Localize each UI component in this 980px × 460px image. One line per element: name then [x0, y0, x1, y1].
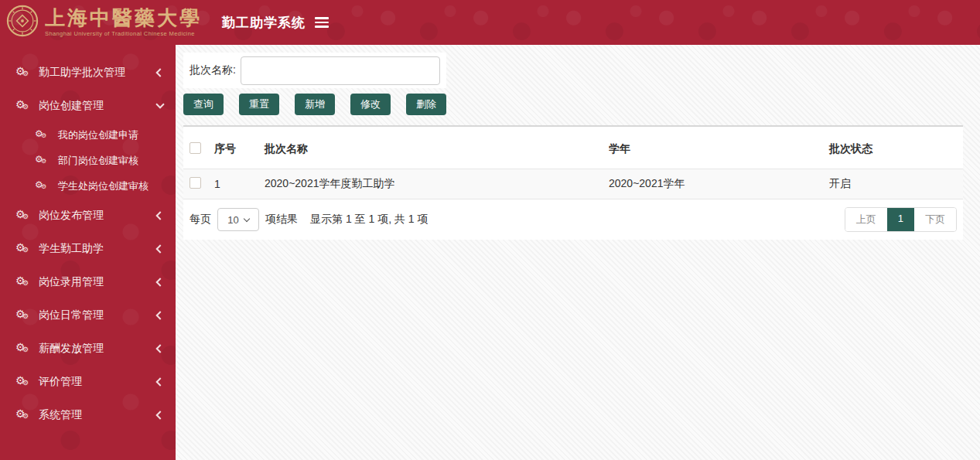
- chevron-left-icon: [155, 244, 164, 253]
- table-row[interactable]: 1 2020~2021学年度勤工助学 2020~2021学年 开启: [183, 169, 963, 199]
- cogs-icon: ⚙⚙: [15, 276, 31, 288]
- sidebar-item-label: 勤工助学批次管理: [39, 66, 157, 80]
- chevron-left-icon: [155, 344, 164, 353]
- cogs-icon: ⚙⚙: [15, 66, 31, 79]
- cogs-icon: ⚙⚙: [15, 100, 31, 112]
- cogs-icon: ⚙⚙: [15, 309, 31, 322]
- sidebar-item-position-creation-management[interactable]: ⚙⚙ 岗位创建管理: [0, 89, 176, 122]
- university-name-cn: 上海中醫藥大學: [45, 9, 202, 29]
- col-header-batch-status: 批次状态: [829, 142, 963, 156]
- sidebar-subitem-department-position-creation-review[interactable]: ⚙⚙ 部门岗位创建审核: [0, 148, 176, 173]
- cogs-icon: ⚙⚙: [35, 180, 50, 193]
- col-header-school-year: 学年: [609, 142, 829, 156]
- sidebar-item-label: 岗位日常管理: [39, 308, 157, 322]
- sidebar-subitem-student-affairs-position-creation-review[interactable]: ⚙⚙ 学生处岗位创建审核: [0, 173, 176, 199]
- cogs-icon: ⚙⚙: [35, 155, 50, 167]
- delete-button[interactable]: 删除: [406, 94, 446, 115]
- pagination-summary: 每页 10 项结果 显示第 1 至 1 项, 共 1 项: [190, 208, 428, 231]
- sidebar-item-salary-payment-management[interactable]: ⚙⚙ 薪酬发放管理: [0, 332, 176, 365]
- col-header-index: 序号: [214, 142, 265, 156]
- cogs-icon: ⚙⚙: [15, 210, 31, 222]
- system-title: 勤工助学系统: [222, 14, 306, 32]
- pager: 上页 1 下页: [845, 207, 957, 232]
- chevron-left-icon: [155, 278, 164, 286]
- batch-name-label: 批次名称:: [190, 63, 236, 77]
- edit-button[interactable]: 修改: [350, 94, 391, 115]
- toolbar: 查询 重置 新增 修改 删除: [183, 94, 963, 115]
- sidebar-item-label: 岗位录用管理: [39, 275, 157, 289]
- sidebar-item-label: 系统管理: [39, 408, 157, 422]
- university-brand: 上海中醫藥大學 Shanghai University of Tradition…: [45, 9, 202, 37]
- chevron-down-icon: [155, 100, 164, 108]
- per-page-select[interactable]: 10: [217, 208, 259, 231]
- cell-school-year: 2020~2021学年: [609, 177, 829, 191]
- select-all-checkbox[interactable]: [190, 142, 201, 154]
- chevron-left-icon: [155, 211, 164, 220]
- add-button[interactable]: 新增: [295, 94, 335, 115]
- sidebar-subitem-label: 我的岗位创建申请: [58, 128, 163, 142]
- pagination-info: 显示第 1 至 1 项, 共 1 项: [310, 213, 428, 227]
- sidebar-item-work-study-batch-management[interactable]: ⚙⚙ 勤工助学批次管理: [0, 56, 176, 89]
- university-name-en: Shanghai University of Traditional Chine…: [45, 31, 202, 37]
- per-page-label: 每页: [190, 213, 211, 227]
- cogs-icon: ⚙⚙: [15, 243, 31, 255]
- cogs-icon: ⚙⚙: [15, 376, 31, 388]
- app-header: 上海中醫藥大學 Shanghai University of Tradition…: [0, 0, 980, 45]
- batch-name-input[interactable]: [241, 56, 440, 85]
- sidebar-item-position-publish-management[interactable]: ⚙⚙ 岗位发布管理: [0, 199, 176, 232]
- chevron-left-icon: [155, 411, 164, 419]
- hamburger-menu-icon[interactable]: [315, 17, 329, 28]
- sidebar-subitem-label: 部门岗位创建审核: [58, 154, 163, 168]
- row-checkbox[interactable]: [190, 177, 201, 189]
- university-seal-logo: [6, 5, 39, 40]
- chevron-left-icon: [155, 68, 164, 77]
- sidebar-item-system-management[interactable]: ⚙⚙ 系统管理: [0, 398, 176, 431]
- per-page-value: 10: [227, 214, 238, 226]
- sidebar-subitem-my-position-creation-request[interactable]: ⚙⚙ 我的岗位创建申请: [0, 122, 176, 148]
- cell-batch-name: 2020~2021学年度勤工助学: [265, 177, 609, 191]
- results-label: 项结果: [265, 213, 298, 227]
- cogs-icon: ⚙⚙: [35, 129, 50, 141]
- sidebar-item-label: 岗位创建管理: [39, 99, 157, 113]
- sidebar-subitem-label: 学生处岗位创建审核: [58, 179, 163, 193]
- table-header-checkbox-cell: [183, 142, 214, 156]
- chevron-left-icon: [155, 311, 164, 319]
- cogs-icon: ⚙⚙: [15, 342, 31, 355]
- prev-page-button[interactable]: 上页: [845, 208, 887, 231]
- sidebar-item-position-hiring-management[interactable]: ⚙⚙ 岗位录用管理: [0, 265, 176, 298]
- cell-batch-status: 开启: [829, 177, 963, 191]
- sidebar-nav: ⚙⚙ 勤工助学批次管理 ⚙⚙ 岗位创建管理 ⚙⚙ 我的岗位创建申请 ⚙⚙ 部门岗…: [0, 45, 176, 460]
- pagination-bar: 每页 10 项结果 显示第 1 至 1 项, 共 1 项 上页 1 下页: [183, 199, 963, 240]
- batch-table: 序号 批次名称 学年 批次状态 1 2020~2021学年度勤工助学 2020~…: [183, 125, 963, 240]
- sidebar-item-label: 岗位发布管理: [39, 209, 157, 223]
- search-form: 批次名称:: [183, 53, 446, 88]
- cogs-icon: ⚙⚙: [15, 409, 31, 421]
- sidebar-item-student-work-study[interactable]: ⚙⚙ 学生勤工助学: [0, 232, 176, 265]
- current-page-button[interactable]: 1: [887, 208, 914, 231]
- sidebar-item-label: 学生勤工助学: [39, 242, 157, 256]
- query-button[interactable]: 查询: [183, 94, 224, 115]
- sidebar-item-label: 评价管理: [39, 375, 157, 389]
- sidebar-item-label: 薪酬发放管理: [39, 342, 157, 356]
- cell-index: 1: [214, 178, 265, 190]
- main-content: 批次名称: 查询 重置 新增 修改 删除 序号 批次名称 学年 批次状态 1 2…: [176, 45, 980, 460]
- sidebar-item-position-daily-management[interactable]: ⚙⚙ 岗位日常管理: [0, 298, 176, 332]
- table-header-row: 序号 批次名称 学年 批次状态: [183, 130, 963, 169]
- chevron-down-icon: [243, 215, 249, 221]
- row-checkbox-cell: [183, 177, 214, 191]
- chevron-left-icon: [155, 377, 164, 386]
- col-header-batch-name: 批次名称: [265, 142, 609, 156]
- reset-button[interactable]: 重置: [239, 94, 279, 115]
- sidebar-item-evaluation-management[interactable]: ⚙⚙ 评价管理: [0, 365, 176, 398]
- next-page-button[interactable]: 下页: [914, 208, 956, 231]
